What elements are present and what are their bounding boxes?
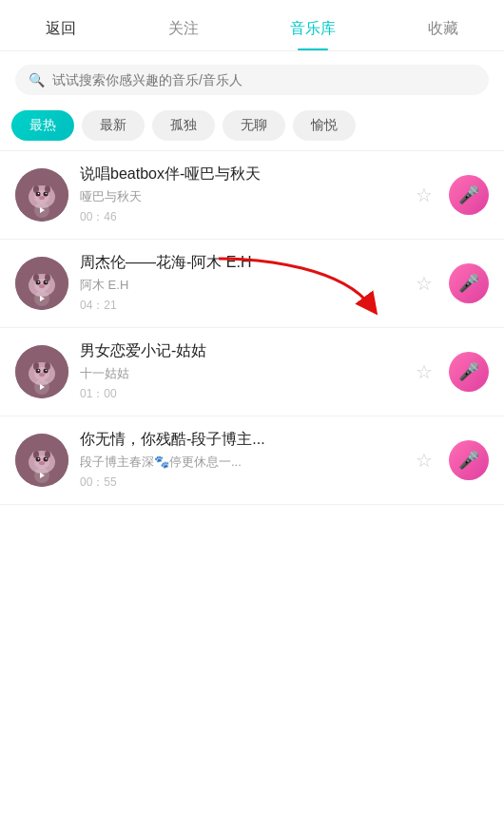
mic-button[interactable]: 🎤: [449, 352, 489, 392]
song-info: 说唱beatbox伴-哑巴与秋天 哑巴与秋天 00：46: [80, 164, 411, 225]
svg-point-37: [38, 370, 40, 372]
song-item: 你无情，你残酷-段子博主... 段子博主春深🐾停更休息一... 00：55 ☆ …: [0, 416, 504, 505]
svg-point-39: [39, 373, 45, 377]
song-actions: ☆ 🎤: [411, 263, 489, 303]
song-actions: ☆ 🎤: [411, 175, 489, 215]
song-title: 说唱beatbox伴-哑巴与秋天: [80, 164, 411, 184]
filter-tag-lonely[interactable]: 孤独: [152, 110, 215, 141]
filter-tag-latest[interactable]: 最新: [82, 110, 145, 141]
search-input[interactable]: [52, 72, 475, 87]
mic-button[interactable]: 🎤: [449, 440, 489, 480]
svg-point-53: [39, 461, 45, 465]
svg-point-52: [46, 458, 48, 460]
svg-point-10: [46, 193, 48, 195]
song-actions: ☆ 🎤: [411, 440, 489, 480]
mic-icon: 🎤: [458, 361, 479, 382]
svg-point-11: [39, 196, 45, 200]
song-title: 周杰伦——花海-阿木 E.H: [80, 253, 411, 273]
nav-tab-music-library[interactable]: 音乐库: [275, 11, 351, 50]
mic-icon: 🎤: [458, 273, 479, 294]
album-art[interactable]: [15, 434, 68, 487]
album-art[interactable]: [15, 257, 68, 310]
song-duration: 00：55: [80, 474, 411, 491]
song-item: 周杰伦——花海-阿木 E.H 阿木 E.H 04：21 ☆ 🎤: [0, 240, 504, 328]
mic-button[interactable]: 🎤: [449, 263, 489, 303]
nav-tab-favorites[interactable]: 收藏: [413, 11, 474, 50]
song-list: 说唱beatbox伴-哑巴与秋天 哑巴与秋天 00：46 ☆ 🎤: [0, 151, 504, 505]
svg-point-51: [38, 458, 40, 460]
mic-icon: 🎤: [458, 450, 479, 471]
mic-icon: 🎤: [458, 184, 479, 205]
song-duration: 00：46: [80, 209, 411, 225]
song-artist: 哑巴与秋天: [80, 188, 411, 205]
song-item: 男女恋爱小记-姑姑 十一姑姑 01：00 ☆ 🎤: [0, 328, 504, 416]
song-actions: ☆ 🎤: [411, 352, 489, 392]
nav-tab-follow[interactable]: 关注: [153, 11, 214, 50]
song-info: 男女恋爱小记-姑姑 十一姑姑 01：00: [80, 341, 411, 402]
song-duration: 04：21: [80, 298, 411, 314]
album-art[interactable]: [15, 168, 68, 222]
star-button[interactable]: ☆: [411, 447, 437, 474]
svg-point-23: [38, 281, 40, 283]
song-duration: 01：00: [80, 386, 411, 402]
song-info: 你无情，你残酷-段子博主... 段子博主春深🐾停更休息一... 00：55: [80, 430, 411, 491]
star-button[interactable]: ☆: [411, 270, 437, 297]
song-artist: 阿木 E.H: [80, 277, 411, 294]
star-button[interactable]: ☆: [411, 358, 437, 385]
mic-button[interactable]: 🎤: [449, 175, 489, 215]
star-button[interactable]: ☆: [411, 182, 437, 208]
top-navigation: 返回 关注 音乐库 收藏: [0, 0, 504, 51]
filter-tag-happy[interactable]: 愉悦: [293, 110, 356, 141]
svg-point-25: [39, 284, 45, 288]
song-item: 说唱beatbox伴-哑巴与秋天 哑巴与秋天 00：46 ☆ 🎤: [0, 151, 504, 240]
song-artist: 十一姑姑: [80, 365, 411, 382]
svg-point-9: [38, 193, 40, 195]
nav-back-button[interactable]: 返回: [30, 11, 91, 50]
filter-tags-bar: 最热 最新 孤独 无聊 愉悦: [0, 105, 504, 150]
filter-tag-boring[interactable]: 无聊: [223, 110, 285, 141]
song-title: 男女恋爱小记-姑姑: [80, 341, 411, 361]
song-title: 你无情，你残酷-段子博主...: [80, 430, 411, 450]
song-info: 周杰伦——花海-阿木 E.H 阿木 E.H 04：21: [80, 253, 411, 314]
filter-tag-hot[interactable]: 最热: [11, 110, 74, 141]
album-art[interactable]: [15, 345, 68, 398]
search-icon: 🔍: [29, 72, 45, 87]
search-bar[interactable]: 🔍: [15, 65, 489, 95]
svg-point-24: [46, 281, 48, 283]
svg-point-38: [46, 370, 48, 372]
song-artist: 段子博主春深🐾停更休息一...: [80, 454, 411, 471]
